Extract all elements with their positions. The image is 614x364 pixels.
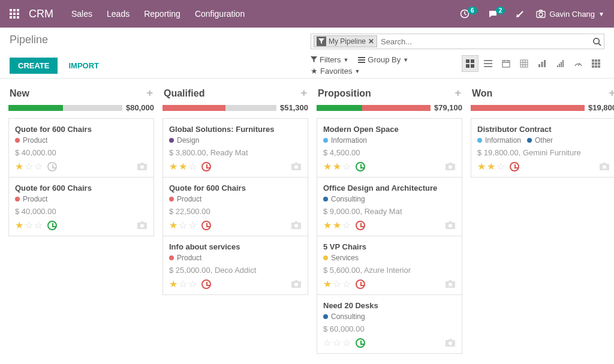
debug-icon[interactable]: [516, 9, 525, 19]
priority-stars[interactable]: ☆☆☆: [323, 337, 351, 348]
progressbar-segment[interactable]: [225, 105, 277, 111]
star-icon[interactable]: ☆: [188, 278, 197, 290]
kanban-card[interactable]: Info about servicesProduct$ 25,000.00, D…: [162, 236, 308, 295]
column-title[interactable]: Won: [472, 88, 492, 99]
app-brand[interactable]: CRM: [29, 8, 53, 20]
star-icon[interactable]: ☆: [25, 161, 33, 172]
user-avatar-icon[interactable]: [291, 221, 302, 230]
activity-clock-icon[interactable]: [356, 221, 365, 230]
kanban-card[interactable]: Quote for 600 ChairsProduct$ 40,000.00★☆…: [8, 177, 154, 236]
kanban-card[interactable]: 5 VP ChairsServices$ 5,600.00, Azure Int…: [317, 236, 462, 295]
view-dashboard[interactable]: [570, 55, 586, 72]
star-icon[interactable]: ★: [323, 278, 332, 290]
activity-clock-icon[interactable]: [201, 162, 211, 172]
column-progressbar[interactable]: [471, 105, 585, 111]
view-activity[interactable]: [588, 55, 604, 72]
progressbar-segment[interactable]: [317, 105, 362, 111]
column-title[interactable]: Qualified: [164, 88, 204, 99]
activity-clock-icon[interactable]: [356, 279, 365, 289]
user-avatar-icon[interactable]: [291, 162, 302, 171]
search-input[interactable]: [381, 37, 592, 46]
star-icon[interactable]: ★: [179, 161, 187, 172]
priority-stars[interactable]: ★★☆: [323, 219, 351, 231]
star-icon[interactable]: ☆: [179, 219, 187, 231]
kanban-card[interactable]: Quote for 600 ChairsProduct$ 22,500.00★☆…: [162, 177, 308, 236]
priority-stars[interactable]: ★☆☆: [323, 278, 351, 290]
search-icon[interactable]: [592, 37, 601, 46]
star-icon[interactable]: ★: [15, 161, 23, 172]
progressbar-segment[interactable]: [162, 105, 225, 111]
apps-icon[interactable]: [10, 9, 19, 19]
star-icon[interactable]: ★: [169, 161, 177, 172]
menu-sales[interactable]: Sales: [71, 9, 92, 19]
kanban-card[interactable]: Need 20 DesksConsulting$ 60,000.00☆☆☆: [317, 294, 462, 354]
column-progressbar[interactable]: [317, 105, 431, 111]
activity-clock-icon[interactable]: [47, 162, 57, 172]
progressbar-segment[interactable]: [471, 105, 585, 111]
star-icon[interactable]: ☆: [25, 219, 33, 231]
star-icon[interactable]: ☆: [179, 278, 187, 290]
user-avatar-icon[interactable]: [445, 162, 456, 171]
star-icon[interactable]: ★: [323, 219, 332, 231]
star-icon[interactable]: ☆: [188, 219, 197, 231]
star-icon[interactable]: ☆: [333, 278, 341, 290]
column-title[interactable]: New: [10, 88, 29, 99]
create-button[interactable]: CREATE: [10, 58, 58, 74]
star-icon[interactable]: ★: [323, 161, 332, 172]
user-avatar-icon[interactable]: [445, 338, 456, 347]
user-menu[interactable]: Gavin Chang ▼: [536, 10, 604, 19]
user-avatar-icon[interactable]: [445, 221, 456, 230]
quick-add-button[interactable]: +: [146, 87, 153, 100]
activity-clock-icon[interactable]: [356, 338, 365, 348]
star-icon[interactable]: ☆: [342, 161, 351, 172]
priority-stars[interactable]: ★☆☆: [15, 219, 43, 231]
star-icon[interactable]: ★: [487, 161, 495, 172]
quick-add-button[interactable]: +: [455, 87, 461, 100]
priority-stars[interactable]: ★☆☆: [169, 278, 197, 290]
view-cohort[interactable]: [552, 55, 568, 72]
quick-add-button[interactable]: +: [609, 87, 614, 100]
menu-configuration[interactable]: Configuration: [195, 9, 245, 19]
menu-reporting[interactable]: Reporting: [144, 9, 180, 19]
priority-stars[interactable]: ★★☆: [477, 161, 505, 172]
activity-clock-icon[interactable]: [47, 221, 57, 230]
activities-button[interactable]: 6: [460, 9, 477, 19]
star-icon[interactable]: ★: [15, 219, 23, 231]
priority-stars[interactable]: ★☆☆: [169, 219, 197, 231]
remove-facet-icon[interactable]: ✕: [368, 37, 374, 46]
user-avatar-icon[interactable]: [291, 279, 302, 288]
priority-stars[interactable]: ★★☆: [169, 161, 197, 172]
search-facet[interactable]: My Pipeline ✕: [314, 35, 377, 47]
column-title[interactable]: Proposition: [318, 88, 371, 99]
progressbar-segment[interactable]: [8, 105, 63, 111]
user-avatar-icon[interactable]: [599, 162, 610, 171]
progressbar-segment[interactable]: [362, 105, 431, 111]
priority-stars[interactable]: ★★☆: [323, 161, 351, 172]
favorites-dropdown[interactable]: ★ Favorites ▼: [311, 67, 462, 76]
kanban-card[interactable]: Quote for 600 ChairsProduct$ 40,000.00★☆…: [8, 118, 154, 178]
kanban-card[interactable]: Modern Open SpaceInformation$ 4,500.00★★…: [317, 118, 462, 178]
search-box[interactable]: My Pipeline ✕: [311, 34, 604, 49]
star-icon[interactable]: ☆: [342, 337, 351, 348]
user-avatar-icon[interactable]: [137, 162, 148, 171]
view-calendar[interactable]: [498, 55, 514, 72]
star-icon[interactable]: ☆: [496, 161, 505, 172]
star-icon[interactable]: ★: [169, 278, 177, 290]
star-icon[interactable]: ★: [477, 161, 486, 172]
star-icon[interactable]: ☆: [342, 219, 351, 231]
view-pivot[interactable]: [516, 55, 532, 72]
kanban-card[interactable]: Office Design and ArchitectureConsulting…: [317, 177, 462, 236]
activity-clock-icon[interactable]: [201, 221, 211, 230]
activity-clock-icon[interactable]: [356, 162, 365, 172]
kanban-card[interactable]: Global Solutions: FurnituresDesign$ 3,80…: [162, 118, 308, 178]
star-icon[interactable]: ★: [333, 161, 341, 172]
view-list[interactable]: [480, 55, 496, 72]
column-progressbar[interactable]: [162, 105, 276, 111]
activity-clock-icon[interactable]: [201, 279, 211, 289]
view-kanban[interactable]: [462, 55, 478, 72]
user-avatar-icon[interactable]: [137, 221, 148, 230]
activity-clock-icon[interactable]: [510, 162, 519, 172]
star-icon[interactable]: ☆: [323, 337, 332, 348]
groupby-dropdown[interactable]: Group By ▼: [358, 55, 408, 64]
priority-stars[interactable]: ★☆☆: [15, 161, 43, 172]
